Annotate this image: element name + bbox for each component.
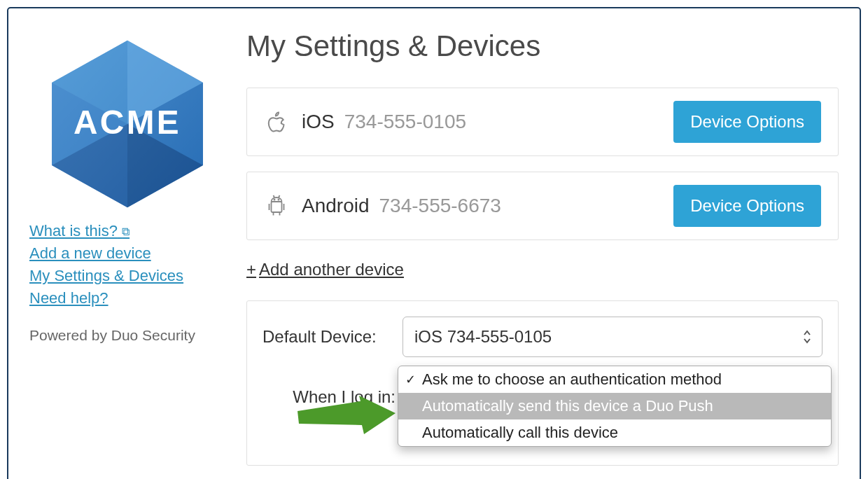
default-device-row: Default Device: iOS 734-555-0105 [262, 317, 822, 357]
annotation-arrow [298, 396, 396, 440]
dropdown-option-ask[interactable]: ✓ Ask me to choose an authentication met… [398, 366, 831, 393]
svg-text:ACME: ACME [74, 104, 181, 141]
device-platform: iOS [302, 111, 335, 133]
device-phone: 734-555-6673 [379, 195, 674, 217]
device-phone: 734-555-0105 [344, 111, 674, 133]
plus-icon: + [246, 260, 256, 279]
sidebar-links: What is this? ⧉ Add a new device My Sett… [29, 222, 225, 312]
svg-rect-8 [272, 202, 282, 212]
default-device-select[interactable]: iOS 734-555-0105 [402, 317, 822, 357]
device-options-button[interactable]: Device Options [673, 185, 821, 227]
device-row-ios: iOS 734-555-0105 Device Options [246, 88, 839, 156]
dropdown-option-call[interactable]: Automatically call this device [398, 419, 831, 446]
acme-hex-logo-icon: ACME [47, 36, 208, 211]
svg-point-16 [278, 199, 279, 200]
page-title: My Settings & Devices [246, 29, 839, 63]
svg-marker-17 [298, 396, 396, 434]
when-login-dropdown: ✓ Ask me to choose an authentication met… [398, 366, 832, 447]
add-another-device-link[interactable]: +Add another device [246, 260, 404, 279]
check-icon: ✓ [405, 372, 416, 387]
link-need-help[interactable]: Need help? [29, 289, 108, 307]
device-platform: Android [302, 195, 370, 217]
link-my-settings-devices[interactable]: My Settings & Devices [29, 267, 183, 285]
device-options-button[interactable]: Device Options [673, 101, 821, 143]
duo-settings-frame: ACME What is this? ⧉ Add a new device My… [7, 7, 861, 479]
login-settings-panel: Default Device: iOS 734-555-0105 When I … [246, 300, 839, 466]
dropdown-option-push[interactable]: Automatically send this device a Duo Pus… [398, 393, 831, 419]
apple-icon [264, 109, 289, 134]
link-add-new-device[interactable]: Add a new device [29, 244, 151, 263]
main-content: My Settings & Devices iOS 734-555-0105 D… [246, 22, 839, 466]
svg-line-14 [279, 195, 280, 197]
android-icon [264, 193, 289, 218]
company-logo: ACME [29, 36, 225, 211]
chevron-updown-icon [802, 329, 812, 345]
device-row-android: Android 734-555-6673 Device Options [246, 172, 839, 240]
external-link-icon: ⧉ [122, 225, 130, 237]
default-device-value: iOS 734-555-0105 [414, 327, 552, 347]
svg-point-15 [274, 199, 274, 200]
svg-line-13 [274, 195, 275, 197]
powered-by-text: Powered by Duo Security [29, 327, 225, 344]
sidebar: ACME What is this? ⧉ Add a new device My… [29, 22, 225, 466]
link-what-is-this[interactable]: What is this? ⧉ [29, 222, 130, 240]
default-device-label: Default Device: [262, 327, 402, 347]
